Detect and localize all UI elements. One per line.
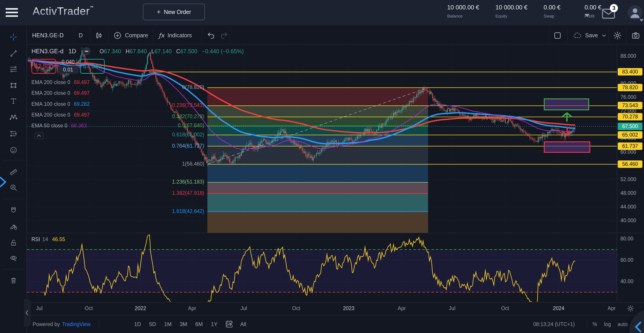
- down-arrow[interactable]: [562, 127, 572, 136]
- clock[interactable]: 08:13:24 (UTC+1): [533, 316, 575, 333]
- legend-hide-button[interactable]: [82, 47, 90, 55]
- indicator-value: 68.363: [71, 123, 87, 128]
- time-label[interactable]: Jul: [438, 305, 466, 312]
- time-label[interactable]: 2022: [127, 305, 154, 312]
- sidebar-collapse-tab[interactable]: [24, 300, 30, 326]
- supply-box[interactable]: [544, 98, 589, 110]
- account-caret-icon[interactable]: [585, 14, 590, 17]
- ruler-tool[interactable]: [7, 165, 20, 178]
- symbol-button[interactable]: HEN3.GE-D: [32, 26, 64, 44]
- sell-price-button[interactable]: 67.500: [32, 59, 56, 74]
- xabcd-pattern-tool[interactable]: [7, 111, 20, 124]
- redo-button[interactable]: [220, 26, 228, 44]
- magnet-tool[interactable]: [7, 204, 20, 217]
- percent-scale-button[interactable]: %: [592, 316, 597, 333]
- fib-level-label: 1(56.460): [0, 161, 206, 167]
- time-label[interactable]: Oct: [492, 305, 518, 312]
- snapshot-button[interactable]: [631, 26, 640, 44]
- up-arrow[interactable]: [561, 112, 572, 122]
- range-button-3m[interactable]: 3M: [180, 321, 187, 328]
- ohlc-key: H: [126, 48, 130, 54]
- account-metric-balance: 10 000.00 €Balance: [447, 4, 479, 19]
- remove-drawings-tool[interactable]: [7, 274, 20, 287]
- crosshair-tool[interactable]: [7, 31, 20, 43]
- drawing-mode-lock-tool[interactable]: [7, 220, 20, 232]
- fib-level-label: 0(78.820): [0, 84, 206, 90]
- ohlc-item: C67.500: [176, 48, 198, 54]
- emoji-tool[interactable]: [7, 144, 20, 156]
- ohlc-value: 67.140: [154, 48, 172, 54]
- indicator-legend-row[interactable]: EMA 50 close 068.363: [32, 123, 87, 129]
- buy-price-button[interactable]: 67.540: [80, 59, 105, 74]
- account-value: 0.00 €: [544, 4, 568, 11]
- time-label[interactable]: 2024: [545, 305, 572, 312]
- chevron-left-icon: [634, 320, 643, 333]
- time-axis[interactable]: JulOct2022AprJulOct2023AprJulOct2024Apr: [27, 303, 644, 314]
- notification-badge: 3: [610, 4, 618, 12]
- time-label[interactable]: Apr: [179, 305, 206, 312]
- indicator-name: EMA 50 close 0: [32, 123, 68, 128]
- time-label[interactable]: Oct: [283, 305, 310, 312]
- chart-canvas[interactable]: [27, 44, 617, 302]
- indicator-legend-row[interactable]: EMA 200 close 069.497: [32, 90, 90, 96]
- time-label[interactable]: 2023: [335, 305, 362, 312]
- interval-button[interactable]: D: [79, 26, 83, 44]
- indicators-button[interactable]: ƒx Indicators: [159, 26, 192, 44]
- legend-collapse-button[interactable]: [34, 132, 44, 139]
- demand-box[interactable]: [544, 141, 590, 153]
- rsi-legend[interactable]: RSI1446.55: [32, 236, 65, 242]
- range-button-1m[interactable]: 1M: [164, 321, 172, 328]
- log-scale-button[interactable]: log: [604, 316, 611, 333]
- time-label[interactable]: Oct: [75, 305, 102, 312]
- point-value: 0.01: [58, 66, 78, 74]
- undo-button[interactable]: [207, 26, 215, 44]
- range-button-1y[interactable]: 1Y: [211, 321, 217, 328]
- current-price-badge: 67.500: [618, 123, 642, 130]
- time-axis-settings-icon[interactable]: [626, 304, 635, 313]
- time-label[interactable]: Apr: [598, 305, 625, 312]
- range-button-5d[interactable]: 5D: [149, 321, 156, 328]
- level-price-badge: 78.820: [618, 84, 642, 91]
- fib-retracement-tool[interactable]: [7, 63, 20, 76]
- auto-scale-button[interactable]: auto: [618, 316, 628, 333]
- indicator-legend-row[interactable]: EMA 200 close 069.497: [32, 112, 90, 118]
- notifications-button[interactable]: 3: [601, 8, 616, 20]
- powered-by[interactable]: Powered byTradingView: [32, 316, 90, 333]
- text-tool[interactable]: [7, 95, 20, 108]
- goto-date-button[interactable]: [225, 316, 234, 333]
- new-order-label: New Order: [164, 9, 191, 15]
- shapes-tool[interactable]: [7, 79, 20, 92]
- price-axis[interactable]: 88.00080.00076.00072.00064.00060.00052.0…: [617, 44, 644, 314]
- legend-symbol[interactable]: HEN3.GE-d: [32, 48, 64, 55]
- save-button[interactable]: Save: [572, 26, 607, 44]
- chart-settings-button[interactable]: [613, 26, 622, 44]
- fullscreen-button[interactable]: [553, 26, 562, 44]
- zoom-in-tool[interactable]: [7, 181, 20, 194]
- menu-icon[interactable]: [6, 8, 18, 18]
- time-label[interactable]: Apr: [388, 305, 415, 312]
- indicator-legend-row[interactable]: EMA 100 close 069.282: [32, 101, 90, 107]
- indicator-value: 69.497: [74, 79, 90, 85]
- app-logo: ActivTrader™: [32, 5, 94, 17]
- avatar-caret-icon[interactable]: [640, 19, 644, 21]
- level-price-badge: 83.400: [618, 68, 642, 76]
- lock-all-tool[interactable]: [7, 236, 20, 249]
- hide-drawings-tool[interactable]: [7, 252, 20, 265]
- range-button-all[interactable]: All: [240, 321, 246, 328]
- range-button-1d[interactable]: 1D: [134, 321, 141, 328]
- range-button-6m[interactable]: 6M: [195, 321, 203, 328]
- panel-expand-icon[interactable]: [0, 175, 8, 189]
- forecast-tool[interactable]: [7, 128, 20, 140]
- chart-style-button[interactable]: [94, 26, 103, 44]
- time-label[interactable]: Jul: [230, 305, 257, 312]
- new-order-button[interactable]: + New Order: [143, 4, 205, 20]
- indicator-legend-row[interactable]: EMA 200 close 069.497: [32, 79, 90, 86]
- avatar[interactable]: [627, 5, 643, 20]
- chart-toolbar: HEN3.GE-D D Compare ƒx Indicators: [27, 26, 644, 44]
- account-metric-swap: 0.00 €Swap: [544, 4, 568, 19]
- trend-line-tool[interactable]: [7, 47, 20, 60]
- pane-separator[interactable]: [27, 233, 644, 233]
- candles-icon: [94, 31, 103, 40]
- chart-legend: HEN3.GE-d 1D O67.340H67.840L67.140C67.50…: [32, 47, 244, 55]
- compare-button[interactable]: Compare: [113, 26, 148, 44]
